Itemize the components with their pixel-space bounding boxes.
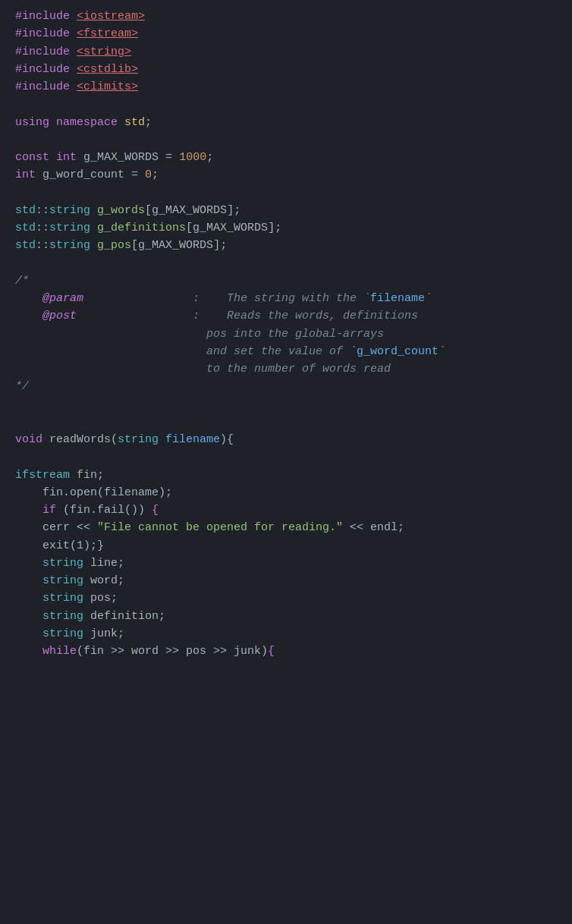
comment-cont1: pos into the global-arrays	[0, 325, 572, 343]
line-while: while(fin >> word >> pos >> junk){	[0, 643, 572, 660]
line-ifstream: ifstream fin;	[0, 467, 572, 484]
empty-line-1	[0, 96, 572, 113]
line-gdefs: std::string g_definitions[g_MAX_WORDS];	[0, 219, 572, 237]
line-str-junk: string junk;	[0, 625, 572, 643]
line-gword: int g_word_count = 0;	[0, 166, 572, 184]
line-fin-open: fin.open(filename);	[0, 484, 572, 501]
line-str-def: string definition;	[0, 608, 572, 625]
comment-post: @post : Reads the words, definitions	[0, 307, 572, 325]
code-editor: #include <iostream> #include <fstream> #…	[0, 0, 572, 668]
line-str-line: string line;	[0, 555, 572, 572]
line-cerr: cerr << "File cannot be opened for readi…	[0, 519, 572, 536]
comment-cont3: to the number of words read	[0, 360, 572, 378]
comment-close: */	[0, 378, 572, 395]
empty-line-4	[0, 255, 572, 272]
empty-line-3	[0, 184, 572, 202]
comment-cont2: and set the value of `g_word_count`	[0, 343, 572, 360]
line-1: #include <iostream>	[0, 8, 572, 25]
line-str-pos: string pos;	[0, 589, 572, 607]
comment-open: /*	[0, 272, 572, 290]
line-if-fail: if (fin.fail()) {	[0, 501, 572, 519]
line-2: #include <fstream>	[0, 25, 572, 42]
empty-line-5	[0, 396, 572, 413]
line-const: const int g_MAX_WORDS = 1000;	[0, 149, 572, 166]
line-5: #include <climits>	[0, 78, 572, 96]
line-using: using namespace std;	[0, 114, 572, 131]
line-gpos: std::string g_pos[g_MAX_WORDS];	[0, 237, 572, 254]
line-func-sig: void readWords(string filename){	[0, 431, 572, 448]
line-gwords: std::string g_words[g_MAX_WORDS];	[0, 202, 572, 219]
empty-line-2	[0, 131, 572, 149]
line-exit: exit(1);}	[0, 537, 572, 555]
line-4: #include <cstdlib>	[0, 61, 572, 78]
comment-param: @param : The string with the `filename`	[0, 290, 572, 307]
empty-line-6	[0, 413, 572, 431]
empty-line-7	[0, 448, 572, 466]
line-str-word: string word;	[0, 572, 572, 589]
line-3: #include <string>	[0, 43, 572, 61]
